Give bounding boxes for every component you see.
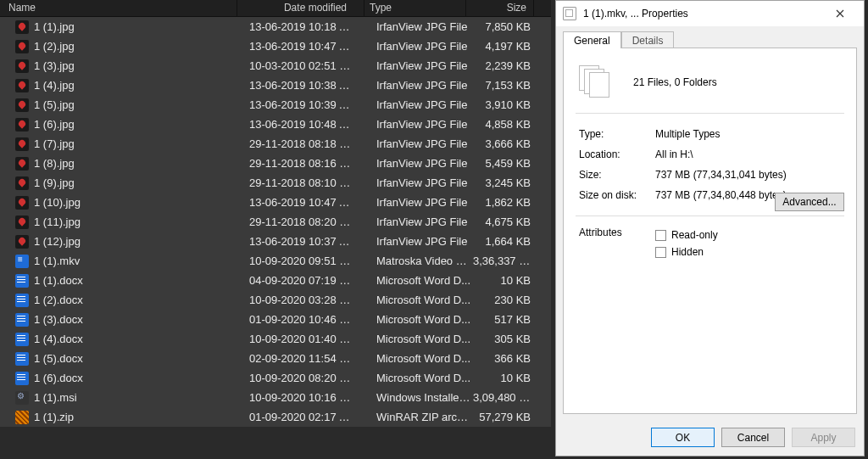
file-name: 1 (5).docx bbox=[34, 352, 83, 365]
file-size: 4,858 KB bbox=[473, 118, 541, 131]
file-name: 1 (7).jpg bbox=[34, 137, 75, 150]
file-date: 10-09-2020 01:40 PM bbox=[244, 333, 371, 345]
file-row[interactable]: 1 (9).jpg29-11-2018 08:10 PMIrfanView JP… bbox=[0, 173, 551, 193]
dialog-title: 1 (1).mkv, ... Properties bbox=[583, 8, 688, 20]
prop-type-value: Multiple Types bbox=[655, 128, 844, 140]
mkv-icon bbox=[15, 255, 29, 268]
prop-sizeondisk-label: Size on disk: bbox=[579, 189, 655, 201]
column-header-size[interactable]: Size bbox=[466, 0, 534, 16]
file-row[interactable]: 1 (2).jpg13-06-2019 10:47 AMIrfanView JP… bbox=[0, 36, 551, 56]
file-row[interactable]: 1 (1).mkv10-09-2020 09:51 PMMatroska Vid… bbox=[0, 251, 551, 271]
file-date: 02-09-2020 11:54 PM bbox=[244, 352, 371, 365]
jpg-icon bbox=[15, 59, 29, 73]
file-row[interactable]: 1 (12).jpg13-06-2019 10:37 AMIrfanView J… bbox=[0, 232, 551, 251]
file-row[interactable]: 1 (1).msi10-09-2020 10:16 PMWindows Inst… bbox=[0, 388, 551, 407]
docx-icon bbox=[15, 333, 29, 346]
file-name: 1 (1).docx bbox=[34, 274, 83, 287]
file-row[interactable]: 1 (1).jpg13-06-2019 10:18 AMIrfanView JP… bbox=[0, 17, 551, 36]
file-row[interactable]: 1 (5).jpg13-06-2019 10:39 AMIrfanView JP… bbox=[0, 95, 551, 115]
file-row[interactable]: 1 (3).docx01-09-2020 10:46 PMMicrosoft W… bbox=[0, 310, 551, 329]
dialog-titlebar[interactable]: 1 (1).mkv, ... Properties bbox=[556, 1, 864, 26]
file-row[interactable]: 1 (1).zip01-09-2020 02:17 AMWinRAR ZIP a… bbox=[0, 407, 551, 427]
jpg-icon bbox=[15, 196, 29, 210]
prop-size-label: Size: bbox=[579, 169, 655, 181]
close-button[interactable] bbox=[823, 1, 857, 26]
file-date: 10-09-2020 09:51 PM bbox=[244, 255, 371, 267]
jpg-icon bbox=[15, 79, 29, 92]
file-type: IrfanView JPG File bbox=[371, 98, 473, 111]
ok-button[interactable]: OK bbox=[651, 428, 715, 447]
file-date: 01-09-2020 10:46 PM bbox=[244, 313, 371, 326]
file-date: 13-06-2019 10:38 AM bbox=[244, 79, 371, 92]
file-size: 10 KB bbox=[473, 372, 541, 384]
file-size: 3,09,480 KB bbox=[473, 391, 541, 404]
jpg-icon bbox=[15, 137, 29, 151]
file-size: 2,239 KB bbox=[473, 59, 541, 72]
file-type: IrfanView JPG File bbox=[371, 176, 473, 189]
file-row[interactable]: 1 (6).docx10-09-2020 08:20 PMMicrosoft W… bbox=[0, 368, 551, 388]
tab-general[interactable]: General bbox=[563, 31, 621, 48]
file-size: 3,245 KB bbox=[473, 176, 541, 189]
multi-file-icon bbox=[563, 7, 576, 20]
hidden-label: Hidden bbox=[671, 246, 704, 258]
readonly-checkbox-row[interactable]: Read-only bbox=[655, 227, 844, 243]
jpg-icon bbox=[15, 20, 29, 34]
file-row[interactable]: 1 (2).docx10-09-2020 03:28 PMMicrosoft W… bbox=[0, 290, 551, 310]
prop-location-value: All in H:\ bbox=[655, 148, 844, 160]
column-header-date[interactable]: Date modified bbox=[237, 0, 364, 16]
file-type: Microsoft Word D... bbox=[371, 352, 473, 365]
jpg-icon bbox=[15, 118, 29, 132]
file-explorer-panel: Name Date modified Type Size 1 (1).jpg13… bbox=[0, 0, 551, 459]
readonly-checkbox[interactable] bbox=[655, 230, 666, 241]
file-date: 10-03-2010 02:51 PM bbox=[244, 59, 371, 72]
file-name: 1 (4).jpg bbox=[34, 79, 75, 92]
file-size: 7,153 KB bbox=[473, 79, 541, 92]
cancel-button[interactable]: Cancel bbox=[721, 428, 785, 447]
docx-icon bbox=[15, 274, 29, 288]
file-size: 230 KB bbox=[473, 294, 541, 306]
file-row[interactable]: 1 (3).jpg10-03-2010 02:51 PMIrfanView JP… bbox=[0, 56, 551, 76]
file-name: 1 (12).jpg bbox=[34, 235, 81, 248]
file-type: IrfanView JPG File bbox=[371, 40, 473, 53]
file-list: 1 (1).jpg13-06-2019 10:18 AMIrfanView JP… bbox=[0, 17, 551, 427]
file-name: 1 (1).mkv bbox=[34, 255, 80, 267]
advanced-button[interactable]: Advanced... bbox=[775, 193, 844, 211]
file-type: IrfanView JPG File bbox=[371, 216, 473, 228]
dialog-button-row: OK Cancel Apply bbox=[556, 421, 864, 456]
file-type: IrfanView JPG File bbox=[371, 79, 473, 92]
hidden-checkbox-row[interactable]: Hidden bbox=[655, 243, 844, 260]
file-row[interactable]: 1 (1).docx04-09-2020 07:19 PMMicrosoft W… bbox=[0, 271, 551, 290]
column-header-name[interactable]: Name bbox=[0, 0, 237, 16]
file-row[interactable]: 1 (7).jpg29-11-2018 08:18 PMIrfanView JP… bbox=[0, 134, 551, 154]
file-row[interactable]: 1 (10).jpg13-06-2019 10:47 AMIrfanView J… bbox=[0, 193, 551, 212]
jpg-icon bbox=[15, 98, 29, 112]
file-size: 305 KB bbox=[473, 333, 541, 345]
file-name: 1 (3).jpg bbox=[34, 59, 75, 72]
file-size: 3,910 KB bbox=[473, 98, 541, 111]
column-header-type[interactable]: Type bbox=[364, 0, 466, 16]
file-name: 1 (9).jpg bbox=[34, 176, 75, 189]
tab-details[interactable]: Details bbox=[621, 31, 675, 48]
file-size: 10 KB bbox=[473, 274, 541, 287]
docx-icon bbox=[15, 352, 29, 366]
file-size: 1,664 KB bbox=[473, 235, 541, 248]
file-date: 13-06-2019 10:47 AM bbox=[244, 40, 371, 53]
apply-button[interactable]: Apply bbox=[792, 428, 855, 447]
file-row[interactable]: 1 (6).jpg13-06-2019 10:48 AMIrfanView JP… bbox=[0, 115, 551, 134]
file-name: 1 (1).zip bbox=[34, 411, 74, 423]
file-row[interactable]: 1 (11).jpg29-11-2018 08:20 PMIrfanView J… bbox=[0, 212, 551, 232]
file-row[interactable]: 1 (5).docx02-09-2020 11:54 PMMicrosoft W… bbox=[0, 349, 551, 368]
prop-size-value: 737 MB (77,34,31,041 bytes) bbox=[655, 169, 844, 181]
file-row[interactable]: 1 (8).jpg29-11-2018 08:16 PMIrfanView JP… bbox=[0, 154, 551, 173]
file-row[interactable]: 1 (4).jpg13-06-2019 10:38 AMIrfanView JP… bbox=[0, 76, 551, 95]
hidden-checkbox[interactable] bbox=[655, 247, 666, 258]
file-date: 13-06-2019 10:47 AM bbox=[244, 196, 371, 209]
file-name: 1 (2).docx bbox=[34, 294, 83, 306]
file-date: 01-09-2020 02:17 AM bbox=[244, 411, 371, 423]
file-row[interactable]: 1 (4).docx10-09-2020 01:40 PMMicrosoft W… bbox=[0, 329, 551, 349]
file-date: 29-11-2018 08:18 PM bbox=[244, 137, 371, 150]
file-size: 7,850 KB bbox=[473, 20, 541, 33]
file-name: 1 (1).jpg bbox=[34, 20, 75, 33]
file-name: 1 (10).jpg bbox=[34, 196, 81, 209]
file-date: 29-11-2018 08:16 PM bbox=[244, 157, 371, 170]
